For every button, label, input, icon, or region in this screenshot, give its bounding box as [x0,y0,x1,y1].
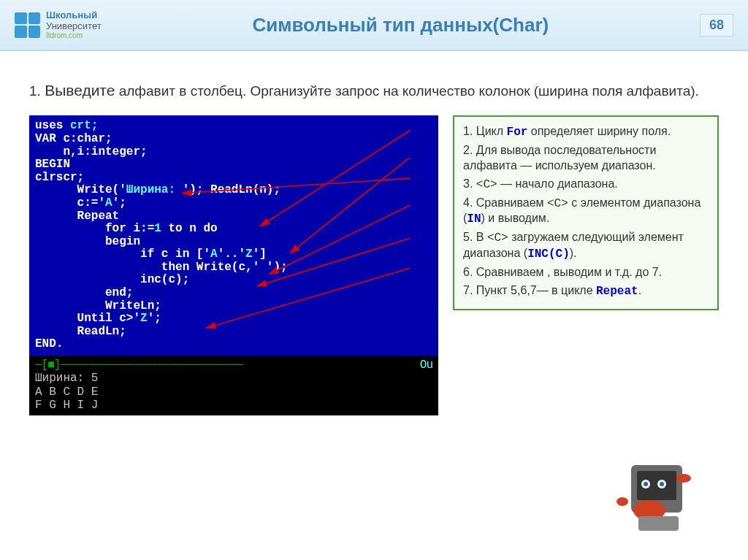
logo: Школьный Университет Itdrom.com [15,10,102,39]
notes-box: 1. Цикл For определяет ширину поля. 2. Д… [453,115,719,310]
note-item: 6. Сравниваем , выводим и т.д. до 7. [463,265,709,280]
note-item: 4. Сравниваем <С> с элементом диапазона … [463,196,709,228]
page-number: 68 [700,14,733,37]
logo-icon [15,12,40,38]
svg-point-12 [660,482,664,486]
slide-header: Школьный Университет Itdrom.com Символьн… [0,0,748,51]
output-line: F G H I J [35,399,432,412]
output-line: Ширина: 5 [35,372,432,385]
note-item: 1. Цикл For определяет ширину поля. [463,124,709,140]
lower-row: uses crt; VAR c:char; n,i:integer; BEGIN… [29,115,719,415]
task-text: 1. Выведите алфавит в столбец. Организуй… [29,80,719,101]
svg-point-13 [676,474,691,483]
output-console: ─[■]───────────────────────────── Ou Шир… [29,356,438,415]
svg-point-10 [644,482,648,486]
svg-point-14 [617,497,628,506]
robot-mascot-icon [617,458,704,538]
note-item: 2. Для вывода последовательности алфавит… [463,143,709,174]
output-line: A B C D E [35,386,432,399]
note-item: 7. Пункт 5,6,7— в цикле Repeat. [463,283,709,299]
content-area: 1. Выведите алфавит в столбец. Организуй… [0,51,748,415]
slide-title: Символьный тип данных(Char) [102,14,700,37]
code-editor: uses crt; VAR c:char; n,i:integer; BEGIN… [29,115,438,356]
code-column: uses crt; VAR c:char; n,i:integer; BEGIN… [29,115,438,415]
note-item: 5. В <С> загружаем следующий элемент диа… [463,230,709,262]
note-item: 3. <С> — начало диапазона. [463,177,709,193]
logo-text: Школьный Университет Itdrom.com [46,10,102,39]
svg-rect-15 [638,516,679,531]
